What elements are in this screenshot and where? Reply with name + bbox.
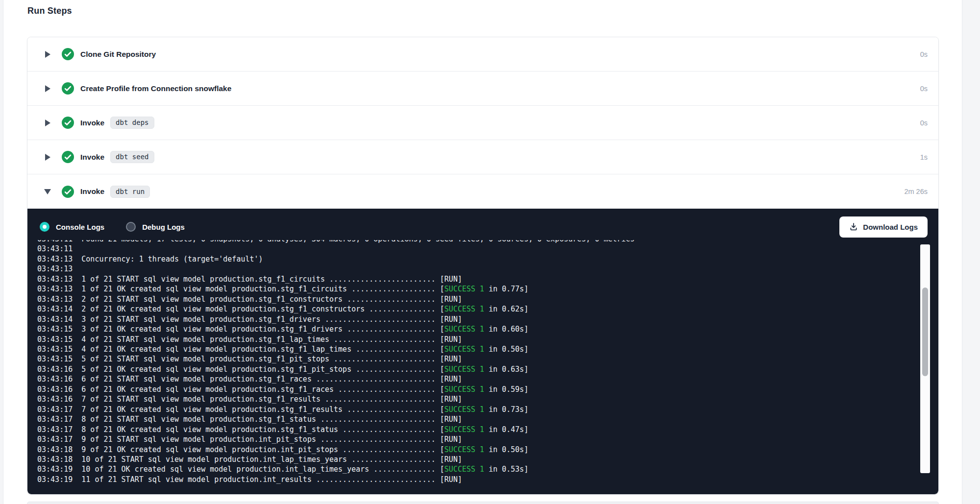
run-step-row[interactable]: Invoke dbt seed 1s	[27, 140, 938, 174]
step-command-badge: dbt run	[110, 186, 150, 198]
log-lines: 03:43:11 Found 21 models, 17 tests, 0 sn…	[37, 240, 919, 484]
log-line: 03:43:18 9 of 21 OK created sql view mod…	[37, 445, 919, 455]
success-check-icon	[62, 151, 74, 163]
step-label: Create Profile from Connection snowflake	[80, 84, 231, 93]
log-line: 03:43:14 2 of 21 OK created sql view mod…	[37, 304, 919, 314]
log-line: 03:43:17 8 of 21 OK created sql view mod…	[37, 425, 919, 434]
log-line: 03:43:16 7 of 21 START sql view model pr…	[37, 394, 919, 404]
caret-icon	[45, 51, 50, 58]
step-label: Invoke	[80, 187, 104, 196]
caret-icon	[45, 85, 50, 92]
debug-logs-radio[interactable]: Debug Logs	[126, 222, 185, 232]
console-panel: Console Logs Debug Logs Download Logs 03…	[27, 209, 938, 494]
radio-selected-icon	[40, 222, 49, 232]
run-steps-list: Clone Git Repository 0s Create Profile f…	[27, 37, 938, 209]
run-step-row[interactable]: Create Profile from Connection snowflake…	[27, 72, 938, 106]
console-log-output[interactable]: 03:43:11 Found 21 models, 17 tests, 0 sn…	[27, 240, 919, 487]
radio-unselected-icon	[126, 222, 136, 232]
log-line: 03:43:17 8 of 21 START sql view model pr…	[37, 414, 919, 424]
caret-icon	[44, 189, 51, 194]
console-logs-label: Console Logs	[56, 223, 104, 231]
log-line: 03:43:19 11 of 21 START sql view model p…	[37, 475, 919, 484]
step-duration: 0s	[920, 85, 928, 93]
step-duration: 0s	[920, 119, 928, 127]
success-check-icon	[62, 82, 74, 95]
log-line: 03:43:13 1 of 21 START sql view model pr…	[37, 274, 919, 284]
step-duration: 0s	[920, 50, 928, 58]
log-line: 03:43:15 4 of 21 OK created sql view mod…	[37, 344, 919, 354]
success-check-icon	[62, 186, 74, 198]
step-label: Invoke	[80, 153, 104, 162]
debug-logs-label: Debug Logs	[142, 223, 185, 231]
step-command-badge: dbt seed	[110, 151, 154, 163]
caret-icon	[45, 154, 50, 161]
log-line: 03:43:13 1 of 21 OK created sql view mod…	[37, 284, 919, 294]
success-check-icon	[62, 117, 74, 129]
log-line: 03:43:15 4 of 21 START sql view model pr…	[37, 335, 919, 344]
download-logs-label: Download Logs	[863, 223, 918, 231]
caret-icon	[45, 120, 50, 126]
console-logs-radio[interactable]: Console Logs	[40, 222, 104, 232]
step-duration: 1s	[920, 153, 928, 161]
log-line: 03:43:16 6 of 21 OK created sql view mod…	[37, 384, 919, 394]
log-line: 03:43:11 Found 21 models, 17 tests, 0 sn…	[37, 240, 919, 244]
run-step-row[interactable]: Invoke dbt run 2m 26s	[27, 174, 938, 209]
step-duration: 2m 26s	[904, 188, 928, 195]
download-icon	[849, 222, 858, 231]
log-line: 03:43:19 10 of 21 OK created sql view mo…	[37, 464, 919, 474]
log-line: 03:43:11	[37, 244, 919, 254]
log-line: 03:43:17 9 of 21 START sql view model pr…	[37, 434, 919, 444]
scrollbar-track[interactable]	[920, 244, 930, 473]
run-steps-section: Run Steps Clone Git Repository 0s Create…	[0, 0, 980, 504]
scrollbar-thumb[interactable]	[922, 288, 928, 376]
run-step-row[interactable]: Clone Git Repository 0s	[27, 37, 938, 72]
download-logs-button[interactable]: Download Logs	[839, 216, 928, 238]
run-steps-card: Clone Git Repository 0s Create Profile f…	[27, 37, 939, 495]
log-line: 03:43:15 5 of 21 START sql view model pr…	[37, 354, 919, 364]
log-line: 03:43:16 6 of 21 START sql view model pr…	[37, 374, 919, 384]
step-label: Clone Git Repository	[80, 50, 156, 59]
log-line: 03:43:13	[37, 264, 919, 274]
log-line: 03:43:16 5 of 21 OK created sql view mod…	[37, 364, 919, 374]
log-line: 03:43:17 7 of 21 OK created sql view mod…	[37, 405, 919, 414]
step-label: Invoke	[80, 119, 104, 127]
log-line: 03:43:15 3 of 21 OK created sql view mod…	[37, 324, 919, 334]
log-line: 03:43:14 3 of 21 START sql view model pr…	[37, 314, 919, 324]
log-line: 03:43:18 10 of 21 START sql view model p…	[37, 455, 919, 464]
page-title: Run Steps	[27, 6, 72, 16]
next-card-edge	[27, 502, 939, 504]
step-command-badge: dbt deps	[110, 117, 154, 129]
log-line: 03:43:13 Concurrency: 1 threads (target=…	[37, 254, 919, 264]
log-line: 03:43:13 2 of 21 START sql view model pr…	[37, 294, 919, 304]
run-step-row[interactable]: Invoke dbt deps 0s	[27, 106, 938, 140]
success-check-icon	[62, 48, 74, 60]
console-header: Console Logs Debug Logs Download Logs	[27, 209, 938, 240]
